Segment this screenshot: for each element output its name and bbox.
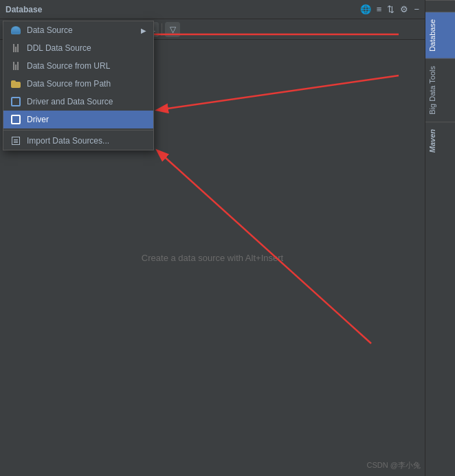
- title-bar-left: Database: [5, 5, 42, 14]
- menu-label-ddl: DDL Data Source: [27, 43, 146, 53]
- tab-big-data[interactable]: Big Data Tools: [425, 58, 455, 122]
- sort-icon[interactable]: ⇅: [387, 4, 395, 14]
- menu-item-driver[interactable]: Driver: [3, 111, 153, 128]
- database-tab-label: Database: [428, 19, 436, 52]
- watermark-text: CSDN @李小兔: [367, 461, 421, 469]
- menu-item-import[interactable]: Import Data Sources...: [3, 130, 153, 150]
- menu-item-ddl-data-source[interactable]: DDL Data Source: [3, 39, 153, 57]
- maven-tab-label: Maven: [428, 129, 436, 152]
- menu-label-import: Import Data Sources...: [27, 136, 146, 146]
- driver-icon: [10, 114, 21, 125]
- ddl-icon: [10, 43, 21, 54]
- title-bar: Database 🌐 ≡ ⇅ ⚙ −: [0, 0, 425, 19]
- watermark: CSDN @李小兔: [367, 460, 421, 471]
- url-icon: [10, 60, 21, 71]
- menu-label-url: Data Source from URL: [27, 61, 146, 71]
- filter-button[interactable]: ▽: [165, 22, 180, 37]
- menu-item-data-source[interactable]: Data Source ▶: [3, 21, 153, 39]
- dropdown-menu: Data Source ▶ DDL Data Source: [3, 21, 154, 150]
- tab-maven[interactable]: Maven: [425, 122, 455, 159]
- toolbar-separator-2: [162, 23, 162, 36]
- menu-label-driver-ds: Driver and Data Source: [27, 97, 146, 106]
- globe-icon[interactable]: 🌐: [360, 4, 371, 14]
- submenu-arrow-icon: ▶: [141, 27, 146, 34]
- list-icon[interactable]: ≡: [377, 4, 382, 14]
- csdn-link[interactable]: 文字链接: [425, 0, 455, 12]
- tab-database[interactable]: Database: [425, 12, 455, 58]
- folder-icon: [10, 78, 21, 89]
- menu-label-path: Data Source from Path: [27, 79, 146, 89]
- minimize-icon[interactable]: −: [414, 4, 419, 14]
- right-sidebar: 文字链接 Database Big Data Tools Maven: [425, 0, 455, 476]
- gear-icon[interactable]: ⚙: [400, 4, 408, 14]
- data-source-icon: [10, 25, 21, 36]
- menu-label-driver: Driver: [27, 115, 146, 124]
- menu-item-driver-datasource[interactable]: Driver and Data Source: [3, 93, 153, 111]
- main-panel: Database 🌐 ≡ ⇅ ⚙ − + ⧉ ↺ ⊞ ■ ▦ ✎ ⇗ SQL ▽…: [0, 0, 425, 476]
- menu-item-datasource-path[interactable]: Data Source from Path: [3, 75, 153, 93]
- menu-label-data-source: Data Source: [27, 25, 135, 35]
- big-data-tab-label: Big Data Tools: [428, 66, 436, 115]
- panel-title: Database: [5, 5, 42, 14]
- title-bar-controls: 🌐 ≡ ⇅ ⚙ −: [360, 4, 419, 14]
- import-icon: [10, 135, 21, 146]
- driver-datasource-icon: [10, 96, 21, 107]
- placeholder-text: Create a data source with Alt+Insert: [142, 253, 283, 263]
- menu-item-datasource-url[interactable]: Data Source from URL: [3, 57, 153, 75]
